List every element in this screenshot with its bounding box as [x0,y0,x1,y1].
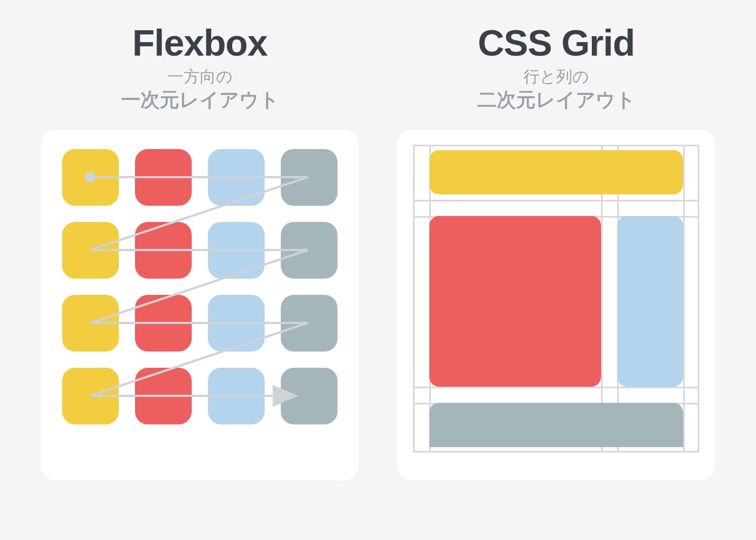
flex-item [281,368,338,424]
flexbox-panel [40,130,359,481]
grid-subtitle-2: 二次元レイアウト [477,87,636,113]
flex-item [208,222,265,279]
flex-item [281,295,338,352]
flex-item [62,222,119,279]
flex-item [62,368,119,424]
flex-item [135,149,192,206]
flex-item [208,295,265,352]
flex-item [135,368,192,424]
grid-aside-cell [617,216,683,387]
flex-item [208,149,265,206]
flex-item [62,149,119,206]
grid-title: CSS Grid [478,22,635,64]
grid-column: CSS Grid 行と列の 二次元レイアウト [397,22,716,481]
grid-main-cell [429,216,601,387]
flex-item [62,295,119,352]
comparison-diagram: Flexbox 一方向の 一次元レイアウト [40,22,716,481]
flex-item [135,295,192,352]
grid-subtitle-1: 行と列の [523,66,589,88]
flex-item [281,149,338,206]
flexbox-subtitle-1: 一方向の [167,66,233,88]
grid-lines [413,145,699,453]
flexbox-title: Flexbox [132,22,267,64]
grid-footer-cell [429,403,683,447]
grid-panel [397,130,716,481]
flex-item [208,368,265,424]
grid-header-cell [429,150,683,194]
flexbox-column: Flexbox 一方向の 一次元レイアウト [40,22,359,481]
flexbox-subtitle-2: 一次元レイアウト [121,87,279,113]
flexbox-items [62,149,338,424]
flex-item [135,222,192,279]
flex-item [281,222,338,279]
